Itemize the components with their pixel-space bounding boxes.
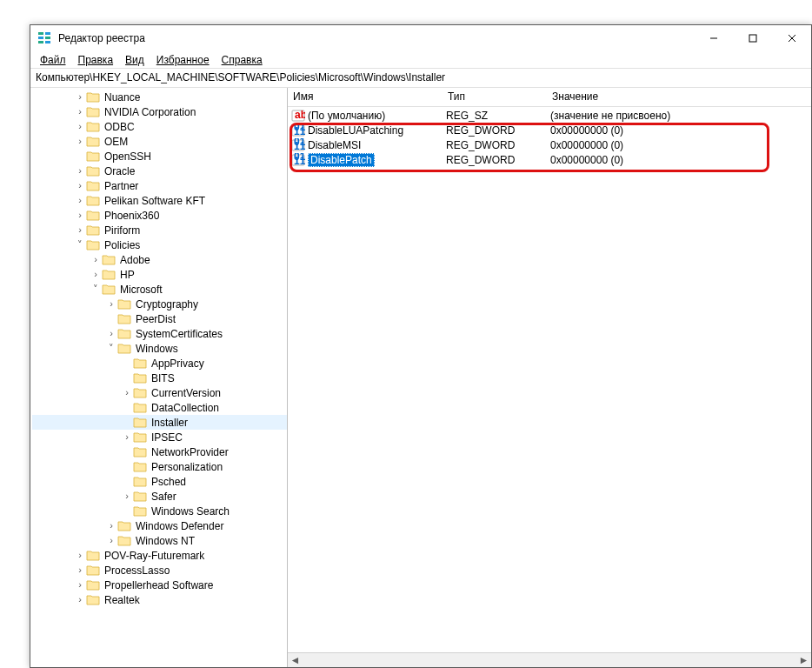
tree-node[interactable]: ›Windows Search <box>32 504 287 518</box>
tree-node[interactable]: ›Propellerhead Software <box>32 578 287 592</box>
tree-node[interactable]: ›ProcessLasso <box>32 563 287 578</box>
menu-view[interactable]: Вид <box>119 52 150 68</box>
hscrollbar[interactable]: ◄ ► <box>288 652 811 667</box>
expand-icon[interactable]: › <box>74 580 86 590</box>
tree-node[interactable]: ›SystemCertificates <box>32 326 287 341</box>
value-type: REG_DWORD <box>443 139 547 151</box>
expand-icon[interactable]: › <box>105 314 117 324</box>
tree-node[interactable]: ›HP <box>32 267 287 282</box>
tree-node[interactable]: ›PeerDist <box>32 311 287 326</box>
expand-icon[interactable]: › <box>74 551 86 560</box>
menu-file[interactable]: Файл <box>34 52 72 68</box>
expand-icon[interactable]: › <box>74 565 86 575</box>
tree-label: Safer <box>150 491 178 503</box>
tree-node[interactable]: ›NVIDIA Corporation <box>32 104 287 119</box>
expand-icon[interactable]: › <box>105 329 117 338</box>
expand-icon[interactable]: › <box>121 447 133 457</box>
scroll-left-icon[interactable]: ◄ <box>288 653 303 668</box>
expand-icon[interactable]: › <box>74 92 86 102</box>
tree-node[interactable]: ›POV-Ray-Futuremark <box>32 548 287 563</box>
scroll-right-icon[interactable]: ► <box>796 653 811 668</box>
tree-node[interactable]: ›Nuance <box>32 90 287 104</box>
col-type[interactable]: Тип <box>443 88 547 106</box>
expand-icon[interactable]: › <box>74 137 86 146</box>
menu-help[interactable]: Справка <box>216 52 269 68</box>
expand-icon[interactable]: › <box>121 506 133 516</box>
expand-icon[interactable]: › <box>74 595 86 605</box>
tree-node[interactable]: ›Cryptography <box>32 297 287 311</box>
tree-node[interactable]: ›Realtek <box>32 592 287 607</box>
expand-icon[interactable]: › <box>105 299 117 309</box>
expand-icon[interactable]: › <box>74 107 86 117</box>
tree-node[interactable]: ›Pelikan Software KFT <box>32 193 287 208</box>
value-row[interactable]: DisableMSIREG_DWORD0x00000000 (0) <box>288 137 811 152</box>
address-bar[interactable]: Компьютер\HKEY_LOCAL_MACHINE\SOFTWARE\Po… <box>30 69 811 88</box>
tree-node[interactable]: ›Safer <box>32 489 287 504</box>
tree-node[interactable]: ›ODBC <box>32 119 287 134</box>
tree-node[interactable]: ˅Policies <box>32 237 287 252</box>
folder-icon <box>117 313 131 324</box>
tree-node[interactable]: ›BITS <box>32 371 287 385</box>
expand-icon[interactable]: › <box>74 151 86 161</box>
value-type: REG_DWORD <box>443 124 547 137</box>
tree-node[interactable]: ›Phoenix360 <box>32 208 287 223</box>
expand-icon[interactable]: › <box>74 166 86 176</box>
menu-favorites[interactable]: Избранное <box>150 52 216 68</box>
tree-node[interactable]: ›IPSEC <box>32 430 287 444</box>
value-row[interactable]: (По умолчанию)REG_SZ(значение не присвое… <box>288 108 811 123</box>
tree-label: Propellerhead Software <box>103 579 215 591</box>
expand-icon[interactable]: › <box>90 270 102 279</box>
tree-node[interactable]: ›OEM <box>32 134 287 149</box>
expand-icon[interactable]: ˅ <box>105 344 117 353</box>
expand-icon[interactable]: › <box>74 225 86 235</box>
expand-icon[interactable]: › <box>121 418 133 427</box>
folder-icon <box>86 150 100 162</box>
expand-icon[interactable]: › <box>121 388 133 397</box>
tree-node[interactable]: ›Adobe <box>32 252 287 267</box>
col-name[interactable]: Имя <box>288 88 443 106</box>
expand-icon[interactable]: › <box>105 536 117 545</box>
expand-icon[interactable]: › <box>74 122 86 131</box>
col-value[interactable]: Значение <box>547 88 811 106</box>
tree-node[interactable]: ›Windows Defender <box>32 518 287 533</box>
tree-node[interactable]: ›CurrentVersion <box>32 385 287 400</box>
tree-node[interactable]: ›Partner <box>32 178 287 193</box>
tree-node[interactable]: ›Personalization <box>32 459 287 474</box>
folder-icon <box>86 121 100 132</box>
tree-node[interactable]: ›NetworkProvider <box>32 444 287 459</box>
menu-edit[interactable]: Правка <box>72 52 120 68</box>
titlebar[interactable]: Редактор реестра <box>30 25 811 51</box>
value-row[interactable]: DisablePatchREG_DWORD0x00000000 (0) <box>288 152 811 167</box>
tree-node[interactable]: ›Piriform <box>32 223 287 237</box>
tree-node[interactable]: ›Oracle <box>32 164 287 178</box>
minimize-button[interactable] <box>694 25 733 51</box>
close-button[interactable] <box>772 25 811 51</box>
expand-icon[interactable]: › <box>121 491 133 501</box>
expand-icon[interactable]: › <box>90 255 102 264</box>
tree-node[interactable]: ›Windows NT <box>32 533 287 548</box>
tree-pane[interactable]: ›Nuance›NVIDIA Corporation›ODBC›OEM›Open… <box>30 88 288 667</box>
tree-node[interactable]: ›DataCollection <box>32 400 287 415</box>
expand-icon[interactable]: › <box>121 477 133 486</box>
expand-icon[interactable]: › <box>74 181 86 190</box>
values-pane: Имя Тип Значение (По умолчанию)REG_SZ(зн… <box>288 88 811 667</box>
value-row[interactable]: DisableLUAPatchingREG_DWORD0x00000000 (0… <box>288 123 811 137</box>
expand-icon[interactable]: › <box>74 196 86 205</box>
tree-node[interactable]: ›OpenSSH <box>32 149 287 164</box>
expand-icon[interactable]: ˅ <box>74 240 86 250</box>
tree-node[interactable]: ›Psched <box>32 474 287 489</box>
expand-icon[interactable]: › <box>121 432 133 442</box>
expand-icon[interactable]: › <box>74 210 86 220</box>
expand-icon[interactable]: › <box>121 403 133 412</box>
tree-node[interactable]: ›AppPrivacy <box>32 356 287 371</box>
expand-icon[interactable]: › <box>105 521 117 531</box>
expand-icon[interactable]: ˅ <box>90 284 102 294</box>
expand-icon[interactable]: › <box>121 373 133 383</box>
tree-node[interactable]: ˅Microsoft <box>32 282 287 297</box>
expand-icon[interactable]: › <box>121 462 133 471</box>
expand-icon[interactable]: › <box>121 358 133 368</box>
tree-node[interactable]: ˅Windows <box>32 341 287 356</box>
tree-node[interactable]: ›Installer <box>32 415 287 430</box>
maximize-button[interactable] <box>733 25 772 51</box>
tree-label: Psched <box>150 476 188 488</box>
